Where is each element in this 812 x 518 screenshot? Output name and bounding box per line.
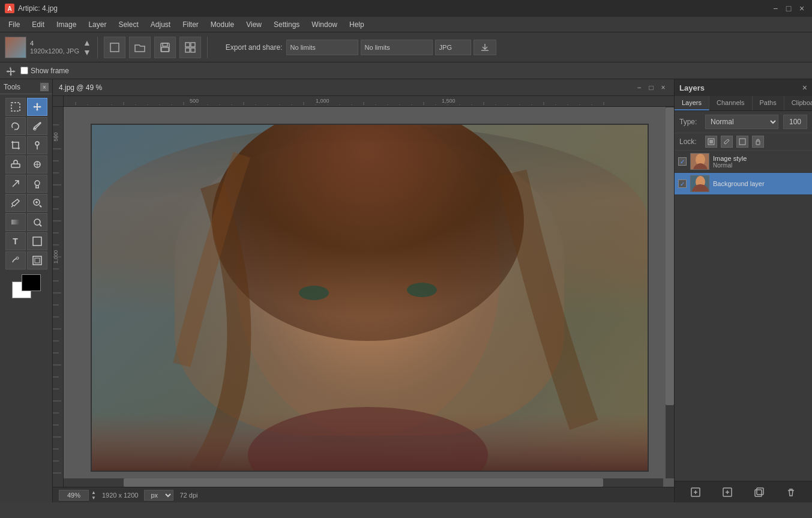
tab-channels[interactable]: Channels xyxy=(709,96,752,110)
lock-position-button[interactable] xyxy=(736,136,748,148)
lock-paint-button[interactable] xyxy=(721,136,733,148)
export-size-select-2[interactable]: No limits xyxy=(361,40,433,55)
pen-tool-button[interactable] xyxy=(27,136,47,154)
svg-rect-15 xyxy=(11,220,20,224)
show-frame-checkbox[interactable] xyxy=(20,67,28,74)
foreground-color-swatch[interactable] xyxy=(22,274,41,291)
tab-paths[interactable]: Paths xyxy=(753,96,784,110)
layer-item-background[interactable]: ✓ Background layer xyxy=(675,173,812,195)
lock-all-button[interactable] xyxy=(752,136,764,148)
layers-list: ✓ Image style Normal ✓ xyxy=(675,151,812,481)
crop-tool-button[interactable] xyxy=(5,136,26,154)
close-button[interactable]: × xyxy=(796,3,807,14)
menu-adjust[interactable]: Adjust xyxy=(145,19,176,31)
zoom-input[interactable] xyxy=(59,490,89,501)
svg-rect-4 xyxy=(185,43,190,47)
canvas-close-button[interactable]: × xyxy=(658,83,668,92)
canvas-minimize-button[interactable]: − xyxy=(634,83,644,92)
minimize-button[interactable]: − xyxy=(770,3,781,14)
move-tool-button[interactable] xyxy=(27,98,47,116)
menu-image[interactable]: Image xyxy=(50,19,82,31)
layer-item-image-style[interactable]: ✓ Image style Normal xyxy=(675,151,812,173)
file-nav-arrow[interactable]: ▲▼ xyxy=(83,38,91,57)
app-logo: A xyxy=(5,4,14,13)
canvas-viewport[interactable]: 500 1,000 1,500 xyxy=(53,96,674,487)
svg-rect-2 xyxy=(163,43,167,46)
blend-mode-select[interactable]: Normal Multiply Screen Overlay xyxy=(705,115,778,129)
lasso-tool-button[interactable] xyxy=(5,117,26,135)
dpi-display: 72 dpi xyxy=(179,492,197,499)
menu-settings[interactable]: Settings xyxy=(268,19,305,31)
layer-visibility-background[interactable]: ✓ xyxy=(678,179,687,188)
zoom-tool-button[interactable] xyxy=(27,194,47,212)
export-size-select-1[interactable]: No limits xyxy=(286,40,358,55)
panel-header: Layers × xyxy=(675,79,812,96)
smudge-tool-button[interactable] xyxy=(5,251,26,270)
lock-pixels-button[interactable] xyxy=(705,136,717,148)
type-row: Type: Normal Multiply Screen Overlay xyxy=(675,111,812,133)
scrollbar-horizontal[interactable] xyxy=(64,478,663,487)
menu-filter[interactable]: Filter xyxy=(176,19,205,31)
eraser-tool-button[interactable] xyxy=(5,155,26,173)
menu-module[interactable]: Module xyxy=(205,19,240,31)
new-button[interactable] xyxy=(104,37,125,58)
toolbar: 4 1920x1200, JPG ▲▼ Export and share: No… xyxy=(0,32,812,62)
svg-rect-115 xyxy=(755,490,762,496)
ruler-left-ticks: 500 1,000 xyxy=(53,107,63,487)
new-layer-button[interactable] xyxy=(720,485,735,499)
canvas-maximize-button[interactable]: □ xyxy=(646,83,656,92)
options-bar: Show frame xyxy=(0,62,812,79)
svg-rect-106 xyxy=(709,140,713,143)
svg-point-13 xyxy=(35,181,40,185)
color-swatch xyxy=(12,274,41,298)
menu-window[interactable]: Window xyxy=(305,19,343,31)
panel-close-button[interactable]: × xyxy=(802,83,807,92)
maximize-button[interactable]: □ xyxy=(783,3,794,14)
export-save-button[interactable] xyxy=(474,40,496,55)
shape-tool-button[interactable] xyxy=(27,232,47,250)
marquee-tool-button[interactable] xyxy=(5,98,26,116)
menu-help[interactable]: Help xyxy=(343,19,370,31)
layer-info-background: Background layer xyxy=(713,180,808,187)
layout-button[interactable] xyxy=(179,37,201,58)
unit-select[interactable]: px cm in xyxy=(144,490,173,501)
ruler-top-ticks xyxy=(64,96,674,105)
tab-layers[interactable]: Layers xyxy=(675,96,709,110)
zoom-control: ▲ ▼ xyxy=(59,490,96,501)
heal-tool-button[interactable] xyxy=(5,175,26,193)
menu-select[interactable]: Select xyxy=(112,19,144,31)
opacity-input[interactable] xyxy=(783,115,807,129)
layer-visibility-image-style[interactable]: ✓ xyxy=(678,157,687,166)
hand-tool-button[interactable] xyxy=(27,213,47,231)
menu-edit[interactable]: Edit xyxy=(26,19,50,31)
menu-file[interactable]: File xyxy=(2,19,26,31)
canvas-tab: 4.jpg @ 49 % − □ × xyxy=(53,79,674,96)
tools-close-button[interactable]: × xyxy=(40,83,49,91)
zoom-up-button[interactable]: ▲ xyxy=(91,490,96,495)
zoom-down-button[interactable]: ▼ xyxy=(91,495,96,501)
tab-clipboard[interactable]: Clipboard xyxy=(784,96,812,110)
duplicate-layer-button[interactable] xyxy=(752,485,766,499)
menu-view[interactable]: View xyxy=(240,19,268,31)
svg-rect-0 xyxy=(110,43,119,52)
svg-rect-11 xyxy=(11,164,20,167)
frame-tool-button[interactable] xyxy=(27,251,47,270)
svg-point-10 xyxy=(35,142,39,145)
scrollbar-vertical[interactable] xyxy=(666,107,674,478)
new-group-button[interactable] xyxy=(688,485,703,499)
menu-layer[interactable]: Layer xyxy=(82,19,112,31)
export-format-select[interactable]: JPG xyxy=(435,40,471,55)
eyedropper-tool-button[interactable] xyxy=(5,194,26,212)
text-tool-button[interactable]: T xyxy=(5,232,26,250)
ruler-corner xyxy=(53,96,64,107)
svg-rect-3 xyxy=(161,47,169,52)
dodge-tool-button[interactable] xyxy=(27,175,47,193)
layer-thumbnail-image-style xyxy=(690,153,709,170)
save-button[interactable] xyxy=(154,37,176,58)
gradient-tool-button[interactable] xyxy=(5,213,26,231)
open-button[interactable] xyxy=(129,37,151,58)
delete-layer-button[interactable] xyxy=(784,485,798,499)
svg-point-16 xyxy=(34,219,40,225)
brush-tool-button[interactable] xyxy=(27,117,47,135)
clone-stamp-button[interactable] xyxy=(27,155,47,173)
